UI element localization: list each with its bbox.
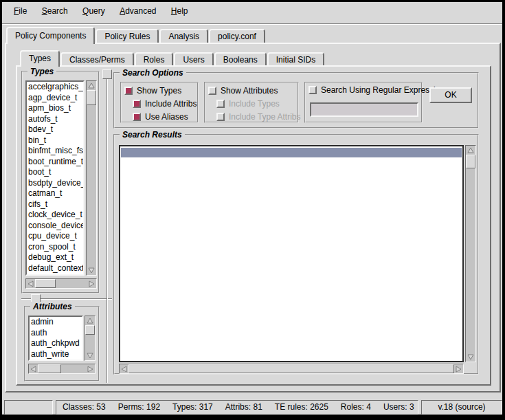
attributes-hscrollbar[interactable] [28,364,96,374]
scrollbar-trough [87,105,96,266]
list-item[interactable]: clock_device_t [27,210,83,221]
checkbox-label: Include Type Attribs [229,112,301,122]
regex-input[interactable] [310,102,418,117]
include-attribs-checkbox[interactable]: Include Attribs [133,99,197,109]
list-item[interactable]: agp_device_t [27,93,83,104]
scrollbar-thumb[interactable] [466,155,475,168]
tab-analysis[interactable]: Analysis [159,29,208,43]
menu-file[interactable]: File [8,5,33,16]
regex-group: Search Using Regular Expression [304,82,423,123]
include-types-checkbox: Include Types [216,99,280,109]
scroll-right-icon[interactable] [87,279,96,288]
list-item[interactable]: console_device_ [27,221,83,232]
attributes-panel: Attributes adminauthauth_chkpwdauth_writ… [24,306,100,382]
types-vscrollbar[interactable] [86,80,97,276]
scroll-left-icon[interactable] [120,364,128,373]
scroll-left-icon[interactable] [29,364,38,373]
list-item[interactable]: cron_spool_t [27,242,83,253]
sash-handle[interactable] [102,69,112,79]
checkbox-label: Include Types [229,99,280,109]
search-results-textarea[interactable] [119,145,464,362]
tab-classes-perms[interactable]: Classes/Perms [60,52,134,65]
list-item[interactable]: auth_write [30,349,82,360]
list-item[interactable]: autofs_t [27,114,83,125]
checkbox-indicator-icon [133,100,141,108]
use-aliases-checkbox[interactable]: Use Aliases [133,112,188,122]
checkbox-indicator-icon [208,87,216,95]
list-item[interactable]: default_context [27,263,83,274]
status-stats: Classes: 53Perms: 192Types: 317Attribs: … [56,400,418,415]
stat-te-rules: TE rules: 2625 [275,402,328,412]
scrollbar-thumb[interactable] [85,325,95,335]
list-item[interactable]: bsdpty_device_ [27,178,83,189]
checkbox-label: Show Types [137,86,181,96]
types-hscrollbar[interactable] [25,278,97,289]
tab-types[interactable]: Types [20,50,60,67]
tab-policy-conf[interactable]: policy.conf [209,29,265,43]
list-item[interactable]: boot_t [27,167,83,178]
show-attributes-checkbox[interactable]: Show Attributes [208,86,278,96]
tab-booleans[interactable]: Booleans [214,52,267,65]
selection-bar [121,148,462,157]
list-item[interactable]: admin [30,317,82,328]
scrollbar-thumb[interactable] [128,364,454,373]
scroll-right-icon[interactable] [454,364,463,373]
list-item[interactable]: bdev_t [27,124,83,135]
list-item[interactable]: bin_t [27,135,83,146]
scrollbar-thumb[interactable] [38,364,61,373]
types-listbox[interactable]: accelgraphics_eagp_device_tapm_bios_taut… [25,80,85,276]
attributes-panel-title: Attributes [30,302,75,311]
status-box-empty [4,400,53,415]
list-item[interactable]: apm_bios_t [27,103,83,114]
menu-advanced[interactable]: Advanced [113,5,162,16]
attributes-vscrollbar[interactable] [85,316,96,361]
list-item[interactable]: auth_chkpwd [30,338,82,349]
types-page: Types accelgraphics_eagp_device_tapm_bio… [16,65,491,386]
regex-checkbox[interactable]: Search Using Regular Expression [308,85,445,95]
menu-query[interactable]: Query [76,5,111,16]
scroll-up-icon[interactable] [87,81,96,90]
list-item[interactable]: catman_t [27,188,83,199]
search-options-panel: Search Options Show Types Include Attrib… [113,72,479,129]
list-item[interactable]: auth [30,328,82,339]
scroll-up-icon[interactable] [85,316,95,325]
tab-users[interactable]: Users [174,52,213,65]
ok-button[interactable]: OK [429,87,472,103]
tab-policy-rules[interactable]: Policy Rules [96,29,159,43]
list-item[interactable]: default_t [27,274,83,276]
list-item[interactable]: cifs_t [27,199,83,210]
menubar-separator [2,23,502,25]
scrollbar-thumb[interactable] [35,279,56,288]
list-item[interactable]: binfmt_misc_fs [27,146,83,157]
scrollbar-thumb[interactable] [87,90,96,105]
search-results-title: Search Results [120,130,185,140]
tab-initial-sids[interactable]: Initial SIDs [267,52,324,65]
scroll-left-icon[interactable] [26,279,35,288]
checkbox-label: Use Aliases [145,112,188,122]
list-item[interactable]: accelgraphics_e [27,82,83,93]
tab-policy-components[interactable]: Policy Components [6,27,95,44]
types-panel-title: Types [27,67,56,76]
checkbox-label: Search Using Regular Expression [321,85,445,95]
outer-tab-bar: Policy Components Policy Rules Analysis … [6,27,266,43]
list-item[interactable]: boot_runtime_t [27,157,83,168]
checkbox-indicator-icon [308,86,317,94]
search-options-title: Search Options [120,68,186,78]
scroll-down-icon[interactable] [85,351,95,360]
status-bar: Classes: 53Perms: 192Types: 317Attribs: … [2,399,502,415]
results-vscrollbar[interactable] [465,145,476,362]
show-types-checkbox[interactable]: Show Types [124,86,181,96]
menu-help[interactable]: Help [165,5,194,16]
checkbox-indicator-icon [216,100,225,108]
list-item[interactable]: debug_ext_t [27,252,83,263]
results-hscrollbar[interactable] [119,364,464,374]
scroll-right-icon[interactable] [86,364,95,373]
scroll-up-icon[interactable] [466,146,475,155]
scrollbar-trough [466,168,475,353]
attributes-listbox[interactable]: adminauthauth_chkpwdauth_write [28,316,83,361]
menu-search[interactable]: Search [36,5,74,16]
scroll-down-icon[interactable] [466,353,475,362]
tab-roles[interactable]: Roles [135,52,174,65]
list-item[interactable]: cpu_device_t [27,231,83,242]
scroll-down-icon[interactable] [87,266,96,275]
